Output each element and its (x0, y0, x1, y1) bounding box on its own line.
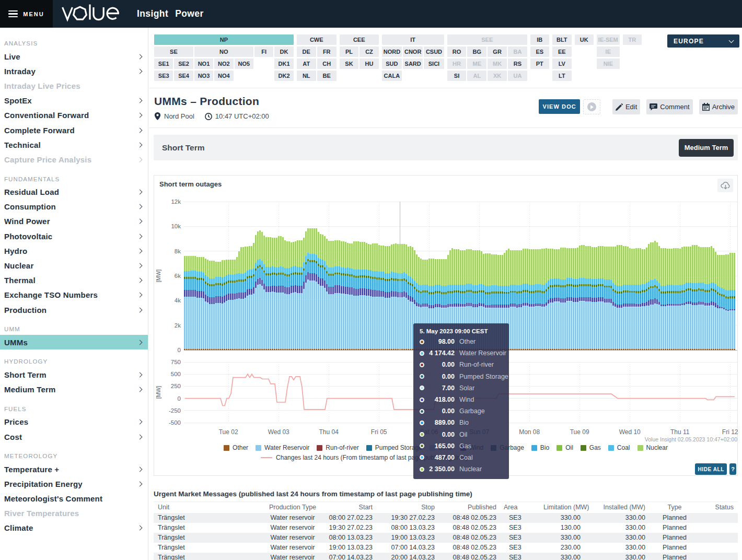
view-doc-button[interactable]: VIEW DOC (539, 99, 579, 114)
zone-sici[interactable]: SICI (424, 59, 444, 69)
sidebar-item-residual-load[interactable]: Residual Load (0, 185, 148, 200)
sidebar-item-spotex[interactable]: SpotEx (0, 94, 148, 108)
legend-item-bio[interactable]: Bio (531, 444, 549, 451)
play-button[interactable] (583, 99, 600, 114)
zone-blt[interactable]: BLT (552, 34, 572, 45)
zone-dk2[interactable]: DK2 (274, 71, 293, 81)
zone-at[interactable]: AT (297, 59, 316, 69)
zone-ee[interactable]: EE (552, 46, 572, 57)
zone-no5[interactable]: NO5 (235, 59, 253, 69)
zone-np[interactable]: NP (154, 34, 294, 45)
legend-item-pumped-storage[interactable]: Pumped Storage (366, 444, 422, 451)
zone-bg[interactable]: BG (467, 46, 486, 57)
legend-item-water-reservoir[interactable]: Water Reservoir (256, 444, 309, 451)
sidebar-item-prices[interactable]: Prices (0, 415, 148, 429)
zone-ch[interactable]: CH (317, 59, 337, 69)
zone-se[interactable]: SE (154, 46, 193, 57)
umm-table-row[interactable]: TrängsletWater reservoir19:00 13.03.2307… (154, 543, 738, 553)
edit-button[interactable]: Edit (612, 99, 640, 114)
umm-table-row[interactable]: TrängsletWater reservoir07:00 14.03.2320… (154, 553, 738, 560)
zone-no4[interactable]: NO4 (214, 71, 233, 81)
sidebar-item-hydro[interactable]: Hydro (0, 243, 148, 258)
sidebar-item-live[interactable]: Live (0, 49, 148, 64)
zone-cwe[interactable]: CWE (297, 34, 337, 45)
outages-chart[interactable]: 02k4k6k8k10k12k7505002500-250-500Tue 02W… (154, 176, 737, 443)
zone-pt[interactable]: PT (530, 59, 549, 69)
sidebar-item-nuclear[interactable]: Nuclear (0, 258, 148, 273)
legend-item-other[interactable]: Other (224, 444, 248, 451)
archive-button[interactable]: Archive (699, 99, 738, 114)
legend-item-garbage[interactable]: Garbage (491, 444, 524, 451)
legend-item-wind[interactable]: Wind (460, 444, 483, 451)
legend-item-solar[interactable]: Solar (430, 444, 453, 451)
zone-se2[interactable]: SE2 (174, 59, 193, 69)
legend-item-gas[interactable]: Gas (581, 444, 601, 451)
zone-be[interactable]: BE (317, 71, 337, 81)
zone-hu[interactable]: HU (360, 59, 379, 69)
comment-button[interactable]: Comment (646, 99, 692, 114)
umm-table-row[interactable]: TrängsletWater reservoir08:00 13.03.2319… (154, 533, 738, 543)
zone-cee[interactable]: CEE (340, 34, 379, 45)
sidebar-item-short-term[interactable]: Short Term (0, 367, 148, 382)
sidebar-item-technical[interactable]: Technical (0, 137, 148, 152)
zone-cz[interactable]: CZ (360, 46, 379, 57)
zone-gr[interactable]: GR (488, 46, 507, 57)
sidebar-item-cost[interactable]: Cost (0, 429, 148, 444)
umm-table-row[interactable]: TrängsletWater reservoir19:30 27.02.2308… (154, 523, 738, 533)
zone-lv[interactable]: LV (552, 59, 572, 69)
zone-sard[interactable]: SARD (403, 59, 423, 69)
zone-dk[interactable]: DK (274, 46, 293, 57)
sidebar-item-consumption[interactable]: Consumption (0, 200, 148, 214)
sidebar-item-temperature-[interactable]: Temperature + (0, 462, 148, 476)
legend-item-run-of-river[interactable]: Run-of-river (317, 444, 358, 451)
zone-sk[interactable]: SK (340, 59, 359, 69)
legend-item-oil[interactable]: Oil (556, 444, 573, 451)
zone-dk1[interactable]: DK1 (274, 59, 293, 69)
zone-uk[interactable]: UK (575, 34, 594, 45)
zone-es[interactable]: ES (530, 46, 549, 57)
zone-csud[interactable]: CSUD (424, 46, 444, 57)
zone-se4[interactable]: SE4 (174, 71, 193, 81)
zone-rs[interactable]: RS (508, 59, 527, 69)
sidebar-item-conventional-forward[interactable]: Conventional Forward (0, 108, 148, 123)
zone-si[interactable]: SI (447, 71, 467, 81)
hide-all-button[interactable]: HIDE ALL (695, 463, 727, 475)
sidebar-item-umms[interactable]: UMMs (0, 335, 148, 349)
zone-se1[interactable]: SE1 (154, 59, 173, 69)
sidebar-item-climate[interactable]: Climate (0, 521, 148, 535)
zone-no2[interactable]: NO2 (214, 59, 233, 69)
zone-ib[interactable]: IB (530, 34, 549, 45)
zone-cala[interactable]: CALA (382, 71, 402, 81)
sidebar-item-complete-forward[interactable]: Complete Forward (0, 123, 148, 137)
sidebar-item-exchange-tso-numbers[interactable]: Exchange TSO Numbers (0, 288, 148, 302)
sidebar-item-precipitation-energy[interactable]: Precipitation Energy (0, 476, 148, 491)
zone-pl[interactable]: PL (340, 46, 359, 57)
sidebar-item-photovoltaic[interactable]: Photovoltaic (0, 229, 148, 243)
legend-item-changes[interactable]: Changes last 24 hours (From timestamp of… (261, 454, 468, 461)
zone-sud[interactable]: SUD (382, 59, 402, 69)
zone-ro[interactable]: RO (447, 46, 467, 57)
zone-fi[interactable]: FI (254, 46, 273, 57)
legend-item-nuclear[interactable]: Nuclear (637, 444, 668, 451)
zone-no[interactable]: NO (194, 46, 253, 57)
zone-nord[interactable]: NORD (382, 46, 402, 57)
umm-table-row[interactable]: TrängsletWater reservoir08:00 27.02.2319… (154, 513, 738, 523)
region-dropdown[interactable]: EUROPE (667, 34, 739, 48)
medium-term-button[interactable]: Medium Term (679, 139, 734, 157)
sidebar-item-thermal[interactable]: Thermal (0, 273, 148, 288)
zone-no1[interactable]: NO1 (194, 59, 213, 69)
zone-nl[interactable]: NL (297, 71, 316, 81)
help-button[interactable]: ? (729, 463, 736, 475)
menu-button[interactable]: MENU (0, 0, 53, 28)
sidebar-item-wind-power[interactable]: Wind Power (0, 214, 148, 229)
sidebar-item-meteorologist-s-comment[interactable]: Meteorologist's Comment (0, 492, 148, 506)
sidebar-item-production[interactable]: Production (0, 302, 148, 317)
sidebar-item-intraday[interactable]: Intraday (0, 64, 148, 78)
zone-cnor[interactable]: CNOR (403, 46, 423, 57)
zone-no3[interactable]: NO3 (194, 71, 213, 81)
zone-lt[interactable]: LT (552, 71, 572, 81)
zone-it[interactable]: IT (382, 34, 444, 45)
zone-de[interactable]: DE (297, 46, 316, 57)
legend-item-coal[interactable]: Coal (608, 444, 630, 451)
zone-fr[interactable]: FR (317, 46, 337, 57)
